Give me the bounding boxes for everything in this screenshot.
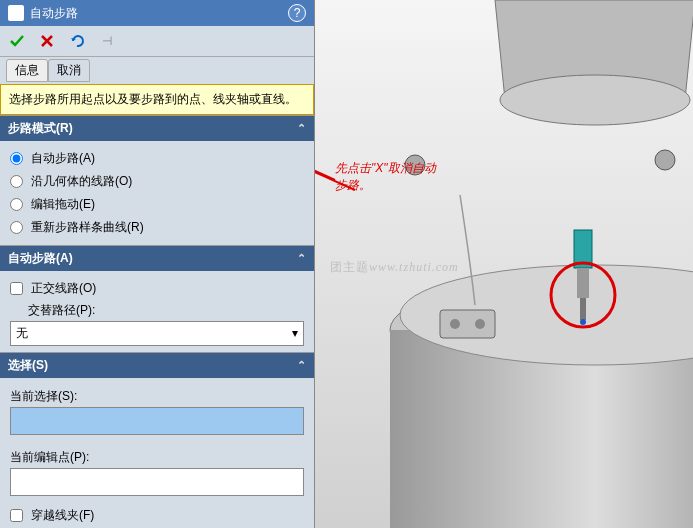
dropdown-arrow-icon: ▾ — [292, 326, 298, 340]
select-section-header[interactable]: 选择(S) ⌃ — [0, 353, 314, 378]
radio-along-geometry[interactable]: 沿几何体的线路(O) — [10, 170, 304, 193]
svg-rect-11 — [580, 298, 586, 320]
current-edit-point-label: 当前编辑点(P): — [10, 445, 304, 468]
help-icon[interactable]: ? — [288, 4, 306, 22]
chevron-icon: ⌃ — [297, 252, 306, 265]
dropdown-value: 无 — [16, 325, 28, 342]
auto-header-label: 自动步路(A) — [8, 250, 73, 267]
svg-point-3 — [500, 75, 690, 125]
watermark: 团主题www.tzhuti.com — [330, 250, 459, 277]
panel-title: 自动步路 — [30, 5, 78, 22]
feature-icon — [8, 5, 24, 21]
check-through-clip[interactable]: 穿越线夹(F) — [10, 504, 304, 527]
undo-button[interactable] — [66, 30, 88, 52]
3d-viewport[interactable]: 先点击"X"取消自动 步路。 团主题www.tzhuti.com — [315, 0, 693, 528]
select-header-label: 选择(S) — [8, 357, 48, 374]
svg-rect-10 — [577, 268, 589, 298]
alt-path-dropdown[interactable]: 无 ▾ — [10, 321, 304, 346]
cancel-tab[interactable]: 取消 — [48, 59, 90, 82]
confirm-toolbar: ⊣ — [0, 26, 314, 57]
current-selection-field[interactable] — [10, 407, 304, 435]
pin-button[interactable]: ⊣ — [96, 30, 118, 52]
hint-message: 选择步路所用起点以及要步路到的点、线夹轴或直线。 — [0, 84, 314, 115]
chevron-icon: ⌃ — [297, 359, 306, 372]
svg-line-15 — [315, 50, 335, 180]
radio-reroute-spline[interactable]: 重新步路样条曲线(R) — [10, 216, 304, 239]
title-bar: 自动步路 ? — [0, 0, 314, 26]
mode-section-header[interactable]: 步路模式(R) ⌃ — [0, 116, 314, 141]
mode-header-label: 步路模式(R) — [8, 120, 73, 137]
svg-rect-4 — [440, 310, 495, 338]
ok-button[interactable] — [6, 30, 28, 52]
info-tabs: 信息 取消 ⌃ — [0, 57, 314, 84]
radio-auto-route[interactable]: 自动步路(A) — [10, 147, 304, 170]
cancel-button[interactable] — [36, 30, 58, 52]
info-tab[interactable]: 信息 — [6, 59, 48, 82]
svg-point-8 — [655, 150, 675, 170]
current-selection-label: 当前选择(S): — [10, 384, 304, 407]
svg-point-12 — [580, 319, 586, 325]
alt-path-label: 交替路径(P): — [10, 300, 304, 321]
svg-point-5 — [450, 319, 460, 329]
current-edit-point-field[interactable] — [10, 468, 304, 496]
collapse-icon[interactable]: ⌃ — [299, 64, 308, 77]
chevron-icon: ⌃ — [297, 122, 306, 135]
radio-edit-drag[interactable]: 编辑拖动(E) — [10, 193, 304, 216]
svg-point-6 — [475, 319, 485, 329]
check-ortho-route[interactable]: 正交线路(O) — [10, 277, 304, 300]
auto-section-header[interactable]: 自动步路(A) ⌃ — [0, 246, 314, 271]
annotation-text: 先点击"X"取消自动 步路。 — [335, 160, 436, 194]
